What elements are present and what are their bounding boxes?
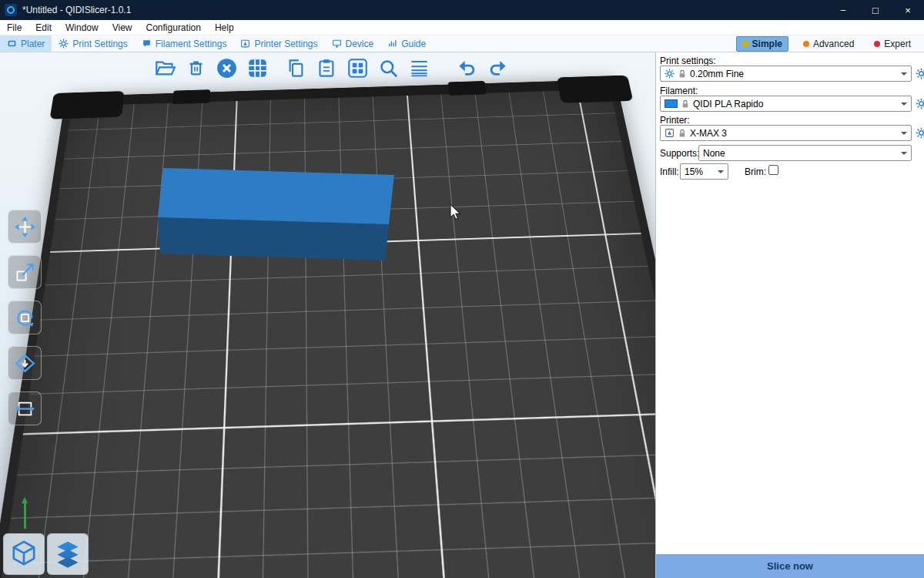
cube-3d-icon (10, 539, 38, 569)
tab-plater[interactable]: Plater (0, 35, 52, 52)
tab-filament-settings[interactable]: Filament Settings (135, 35, 234, 52)
edit-filament-button[interactable] (916, 98, 924, 109)
delete-button[interactable] (182, 54, 209, 82)
app-logo-icon (5, 4, 17, 16)
delete-all-button[interactable] (213, 54, 240, 82)
gear-icon (59, 39, 69, 49)
close-button[interactable]: × (892, 0, 924, 20)
print-settings-select[interactable]: 0.20mm Fine (660, 66, 912, 82)
menu-edit[interactable]: Edit (28, 20, 59, 35)
bed-clip (448, 81, 487, 96)
bed-clip (557, 76, 633, 103)
settings-sidebar: Print settings: 0.20mm Fine Filament: QI… (655, 52, 924, 578)
viewport-toolbar (151, 54, 511, 82)
search-button[interactable] (374, 54, 402, 82)
printer-select[interactable]: X-MAX 3 (660, 125, 912, 141)
chevron-down-icon (901, 132, 907, 138)
filament-label: Filament: (660, 86, 698, 96)
copy-button[interactable] (282, 54, 310, 82)
mode-expert[interactable]: Expert (869, 37, 916, 51)
mode-simple[interactable]: Simple (736, 36, 788, 52)
menubar: File Edit Window View Configuration Help (0, 20, 924, 35)
trash-icon (186, 58, 206, 79)
tab-guide[interactable]: Guide (380, 35, 433, 52)
tab-printer-settings[interactable]: Printer Settings (233, 35, 324, 52)
menu-window[interactable]: Window (59, 20, 105, 35)
rotate-icon (15, 307, 35, 328)
copy-icon (286, 58, 306, 79)
cut-tool-button[interactable] (8, 391, 42, 425)
folder-open-icon (155, 58, 176, 79)
brim-label: Brim: (745, 166, 766, 177)
tab-device[interactable]: Device (325, 35, 381, 52)
chevron-down-icon (718, 170, 724, 176)
printer-value: X-MAX 3 (690, 128, 727, 139)
infill-value: 15% (685, 166, 703, 177)
delete-all-icon (216, 58, 237, 79)
menu-help[interactable]: Help (208, 20, 241, 35)
window-title: *Untitled - QIDISlicer-1.0.1 (22, 5, 131, 15)
preview-view-button[interactable] (47, 533, 89, 575)
supports-select[interactable]: None (698, 145, 912, 161)
arrange-icon (247, 58, 268, 79)
menu-view[interactable]: View (105, 20, 139, 35)
scale-tool-button[interactable] (8, 255, 42, 289)
printer-icon (240, 39, 250, 49)
tab-print-settings[interactable]: Print Settings (52, 35, 134, 52)
advanced-dot-icon (803, 41, 809, 47)
open-file-button[interactable] (151, 54, 179, 82)
split-objects-button[interactable] (343, 54, 371, 82)
supports-value: None (703, 148, 725, 159)
tabbar: Plater Print Settings Filament Settings … (0, 35, 924, 52)
redo-button[interactable] (484, 54, 511, 82)
titlebar: *Untitled - QIDISlicer-1.0.1 − □ × (0, 0, 924, 20)
variable-layer-height-button[interactable] (405, 54, 433, 82)
rotate-tool-button[interactable] (8, 301, 42, 334)
move-icon (15, 217, 35, 237)
qidislicer-window: *Untitled - QIDISlicer-1.0.1 − □ × File … (0, 0, 924, 578)
redo-icon (487, 58, 508, 79)
filament-icon (142, 39, 152, 49)
guide-bars-icon (387, 39, 397, 49)
edit-print-settings-button[interactable] (916, 68, 924, 79)
z-axis-indicator (24, 499, 26, 529)
plater-icon (7, 39, 17, 49)
slice-now-button[interactable]: Slice now (656, 554, 924, 578)
maximize-button[interactable]: □ (859, 0, 892, 20)
lock-icon (678, 129, 686, 138)
scale-icon (15, 262, 35, 283)
lock-icon (678, 69, 686, 79)
menu-file[interactable]: File (0, 20, 28, 35)
filament-color-swatch (665, 99, 678, 108)
3d-viewport[interactable] (0, 52, 655, 578)
supports-label: Supports: (660, 148, 699, 159)
undo-button[interactable] (453, 54, 480, 82)
chevron-down-icon (901, 102, 907, 109)
arrange-button[interactable] (243, 54, 271, 82)
minimize-button[interactable]: − (827, 0, 859, 20)
infill-select[interactable]: 15% (680, 163, 728, 180)
brim-checkbox[interactable] (768, 165, 778, 175)
bed-clip (49, 91, 124, 119)
expert-dot-icon (874, 41, 880, 47)
mode-switcher: Simple Advanced Expert (736, 35, 924, 52)
paste-button[interactable] (313, 54, 340, 82)
filament-select[interactable]: QIDI PLA Rapido (660, 96, 912, 112)
printer-label: Printer: (660, 115, 690, 126)
chevron-down-icon (901, 72, 907, 79)
layers-lines-icon (409, 58, 430, 79)
move-tool-button[interactable] (8, 210, 42, 244)
place-on-face-icon (15, 353, 35, 374)
print-settings-label: Print settings: (660, 55, 716, 66)
mode-advanced[interactable]: Advanced (798, 37, 859, 51)
infill-label: Infill: (660, 166, 679, 177)
edit-printer-button[interactable] (916, 127, 924, 139)
filament-value: QIDI PLA Rapido (693, 99, 763, 109)
chevron-down-icon (901, 152, 907, 158)
3d-editor-view-button[interactable] (3, 533, 45, 575)
search-icon (378, 58, 399, 79)
menu-configuration[interactable]: Configuration (139, 20, 208, 35)
gear-icon (916, 68, 924, 79)
monitor-icon (332, 39, 342, 49)
place-on-face-tool-button[interactable] (8, 346, 42, 380)
